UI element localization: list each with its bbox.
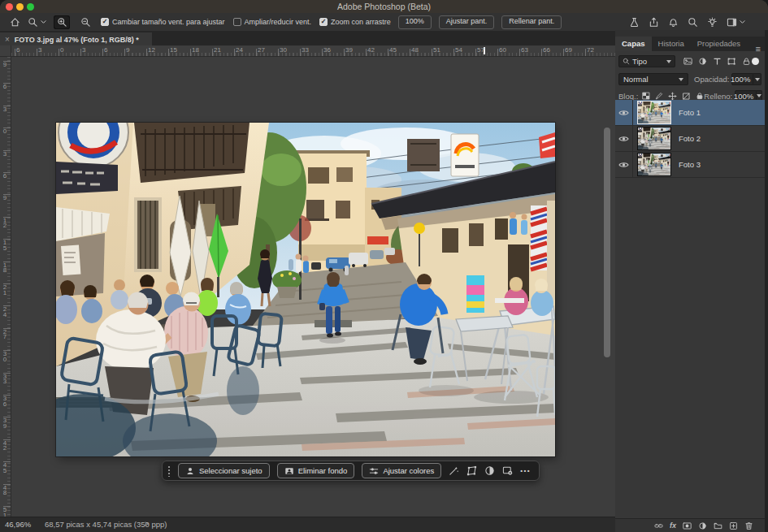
delete-layer-trash-icon[interactable] [744, 521, 753, 530]
checkbox-checked-icon[interactable]: ✓ [319, 18, 328, 26]
document-tab-bar: × FOTO 3.jpg al 47% (Foto 1, RGB/8) * [0, 31, 615, 45]
beta-flask-icon[interactable] [629, 17, 640, 28]
contextual-taskbar: Seleccionar sujeto Eliminar fondo Ajusta… [162, 461, 540, 481]
zoom-100-button[interactable]: 100% [398, 15, 432, 29]
ruler-vertical[interactable]: 96303691 21 51 82 12 42 73 03 33 63 94 2… [0, 57, 11, 517]
layer-row-foto-1[interactable]: Foto 1 [615, 100, 765, 126]
new-layer-icon[interactable] [729, 521, 738, 530]
adjustment-layer-icon[interactable] [698, 521, 707, 530]
layer-mask-icon[interactable] [683, 521, 692, 530]
canvas-photo[interactable] [56, 123, 555, 456]
option-checkbox-label: Cambiar tamaño vent. para ajustar [112, 18, 225, 26]
status-zoom-level[interactable]: 46,96% [5, 520, 31, 529]
titlebar: Adobe Photoshop (Beta) [0, 0, 768, 13]
document-tab-title: FOTO 3.jpg al 47% (Foto 1, RGB/8) * [15, 36, 139, 44]
layers-panel: Capas Historia Propiedades ≡ Tipo [615, 30, 765, 532]
tab-historia[interactable]: Historia [652, 37, 691, 51]
filter-type-dropdown[interactable]: Tipo [618, 55, 675, 67]
share-icon[interactable] [649, 17, 659, 28]
chevron-down-icon [666, 60, 671, 63]
workspace-icon [727, 17, 737, 28]
person-icon [185, 466, 195, 476]
lock-pixels-brush-icon[interactable] [655, 92, 663, 100]
visibility-eye-icon[interactable] [615, 100, 633, 125]
status-bar: 46,96% 68,57 picas x 45,74 picas (350 pp… [0, 517, 615, 532]
link-layers-icon[interactable] [654, 521, 663, 530]
visibility-eye-icon[interactable] [615, 126, 633, 151]
adjustment-contrast-icon[interactable] [484, 465, 495, 476]
panel-tab-bar: Capas Historia Propiedades ≡ [615, 37, 765, 51]
adjust-colors-button[interactable]: Ajustar colores [362, 463, 441, 478]
transform-icon[interactable] [466, 465, 477, 476]
blend-mode-value: Normal [623, 75, 679, 84]
status-expand-icon[interactable]: > [145, 520, 149, 528]
chevron-down-icon [41, 19, 46, 24]
notifications-bell-icon[interactable] [668, 17, 679, 28]
tool-options-bar: ✓Cambiar tamaño vent. para ajustarAmplia… [0, 13, 768, 32]
new-group-folder-icon[interactable] [714, 521, 722, 530]
opacity-value[interactable]: 100% [731, 73, 753, 85]
remove-background-button[interactable]: Eliminar fondo [277, 463, 355, 478]
visibility-eye-icon[interactable] [615, 152, 633, 177]
harmonize-image-icon[interactable] [502, 465, 513, 476]
fill-screen-button[interactable]: Rellenar pant. [501, 15, 562, 29]
zoom-tool-icon[interactable] [28, 17, 46, 28]
close-tab-icon[interactable]: × [5, 36, 10, 44]
fit-screen-button[interactable]: Ajustar pant. [439, 15, 495, 29]
magic-wand-icon[interactable] [449, 465, 459, 476]
layer-thumbnail[interactable] [637, 153, 671, 176]
layers-panel-body: Tipo Normal Opacidad: 100% [615, 51, 765, 519]
filter-type-value: Tipo [632, 57, 664, 66]
discover-lightbulb-icon[interactable] [707, 17, 718, 28]
select-subject-button[interactable]: Seleccionar sujeto [178, 463, 270, 478]
ruler-horizontal[interactable]: 6303691215182124273033363942454851545760… [11, 45, 615, 57]
layer-effects-fx-icon[interactable]: fx [670, 522, 676, 530]
layer-name[interactable]: Foto 3 [679, 160, 701, 169]
zoom-in-button[interactable] [54, 15, 70, 29]
lock-transparency-icon[interactable] [642, 92, 650, 100]
option-checkbox[interactable]: ✓Cambiar tamaño vent. para ajustar [101, 18, 225, 26]
layer-name[interactable]: Foto 2 [679, 134, 701, 143]
filter-text-icon[interactable] [713, 57, 722, 66]
filter-image-icon[interactable] [683, 57, 692, 66]
fill-label: Relleno: [704, 92, 732, 101]
tab-propiedades[interactable]: Propiedades [691, 37, 747, 51]
blend-mode-dropdown[interactable]: Normal [618, 73, 688, 85]
search-icon [623, 58, 630, 65]
opacity-dropdown-icon[interactable] [753, 73, 761, 85]
blend-mode-row: Normal Opacidad: 100% [615, 72, 765, 86]
lock-artboard-icon[interactable] [682, 92, 691, 101]
vertical-scrollbar[interactable] [604, 128, 610, 357]
option-checkbox-label: Ampliar/reducir vent. [245, 18, 312, 26]
home-icon[interactable] [10, 17, 20, 28]
zoom-out-button[interactable] [77, 15, 93, 29]
layer-filter-row: Tipo [615, 54, 765, 68]
layer-row-foto-3[interactable]: Foto 3 [615, 152, 765, 178]
taskbar-drag-handle-icon[interactable] [167, 465, 171, 477]
tab-capas[interactable]: Capas [615, 37, 652, 51]
filter-toggle-icon[interactable] [752, 58, 759, 65]
workspace-switcher[interactable] [727, 17, 745, 28]
layer-row-foto-2[interactable]: Foto 2 [615, 126, 765, 152]
layer-thumbnail[interactable] [637, 101, 671, 124]
checkbox-unchecked-icon[interactable] [233, 18, 241, 26]
search-icon[interactable] [688, 17, 698, 28]
panel-dock-edge [765, 30, 768, 532]
lock-position-move-icon[interactable] [668, 92, 677, 101]
layer-thumbnail[interactable] [637, 127, 671, 150]
option-checkbox[interactable]: Ampliar/reducir vent. [233, 18, 312, 26]
filter-shape-icon[interactable] [727, 57, 736, 66]
checkbox-checked-icon[interactable]: ✓ [101, 18, 109, 26]
lock-all-icon[interactable] [696, 92, 704, 100]
ruler-corner [0, 45, 11, 57]
adjust-colors-label: Ajustar colores [383, 466, 434, 475]
taskbar-more-icon[interactable]: ••• [520, 467, 531, 474]
filter-adjustment-icon[interactable] [698, 57, 707, 66]
layers-list: Foto 1 Foto 2 Foto 3 [615, 100, 765, 178]
option-checkbox-label: Zoom con arrastre [331, 18, 391, 26]
zoom-checkbox-group: ✓Cambiar tamaño vent. para ajustarAmplia… [101, 18, 391, 26]
filter-lock-icon[interactable] [742, 57, 751, 66]
sliders-icon [369, 466, 379, 476]
option-checkbox[interactable]: ✓Zoom con arrastre [319, 18, 391, 26]
layer-name[interactable]: Foto 1 [679, 108, 701, 117]
